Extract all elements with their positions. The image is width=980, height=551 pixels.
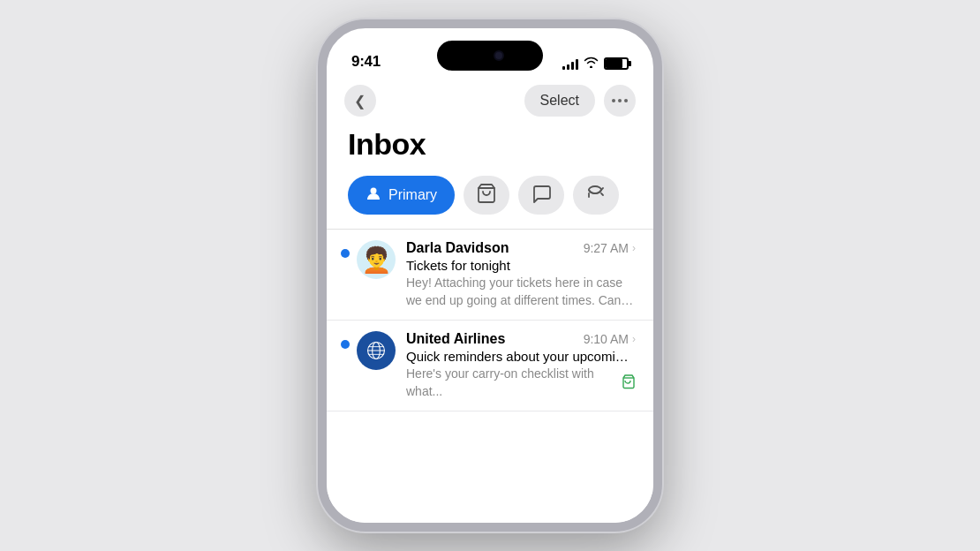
email-time-united: 9:10 AM xyxy=(584,332,629,346)
select-button[interactable]: Select xyxy=(524,85,595,117)
status-time: 9:41 xyxy=(351,53,381,71)
dynamic-island xyxy=(437,41,543,71)
inbox-title: Inbox xyxy=(327,124,653,176)
cart-icon xyxy=(476,183,497,208)
avatar-united xyxy=(357,331,396,370)
tab-shopping[interactable] xyxy=(464,176,509,215)
united-logo-icon xyxy=(362,336,390,365)
email-content-united: United Airlines 9:10 AM › Quick reminder… xyxy=(406,331,636,400)
chevron-right-icon-united: › xyxy=(632,333,636,345)
email-subject-united: Quick reminders about your upcoming... xyxy=(406,349,636,364)
email-header-darla: Darla Davidson 9:27 AM › xyxy=(406,240,636,256)
email-preview-darla: Hey! Attaching your tickets here in case… xyxy=(406,275,636,309)
select-button-label: Select xyxy=(540,93,579,109)
status-icons xyxy=(562,57,629,71)
email-time-darla: 9:27 AM xyxy=(584,241,629,255)
email-sender-united: United Airlines xyxy=(406,331,505,347)
signal-icon xyxy=(562,57,578,70)
megaphone-icon xyxy=(586,184,606,208)
email-preview-united: Here's your carry-on checklist with what… xyxy=(406,366,614,400)
mail-content: ❮ Select Inbox xyxy=(327,78,653,523)
wifi-icon xyxy=(584,57,599,71)
unread-dot-united xyxy=(341,340,350,349)
phone-frame: 9:41 xyxy=(318,19,662,532)
tab-primary[interactable]: Primary xyxy=(348,176,455,215)
darla-avatar-emoji: 🧑‍🦱 xyxy=(361,245,392,275)
phone-mockup: 9:41 xyxy=(318,19,662,532)
email-time-row-darla: 9:27 AM › xyxy=(584,241,636,255)
battery-icon xyxy=(604,57,629,70)
back-chevron-icon: ❮ xyxy=(354,93,366,109)
chevron-right-icon: › xyxy=(632,242,636,254)
more-dots-icon xyxy=(612,99,628,102)
email-subject-darla: Tickets for tonight xyxy=(406,258,636,273)
avatar-darla: 🧑‍🦱 xyxy=(357,240,396,279)
email-item-darla[interactable]: 🧑‍🦱 Darla Davidson 9:27 AM › Tickets for… xyxy=(327,230,653,321)
svg-point-0 xyxy=(371,187,377,193)
email-list: 🧑‍🦱 Darla Davidson 9:27 AM › Tickets for… xyxy=(327,229,653,411)
unread-dot xyxy=(341,249,350,258)
chat-icon xyxy=(531,184,551,208)
shopping-badge-icon xyxy=(620,374,636,393)
email-time-row-united: 9:10 AM › xyxy=(584,332,636,346)
tab-promo[interactable] xyxy=(573,176,619,215)
nav-bar: ❮ Select xyxy=(327,78,653,124)
tab-social[interactable] xyxy=(518,176,564,215)
category-tabs: Primary xyxy=(327,176,653,229)
email-sender-darla: Darla Davidson xyxy=(406,240,509,256)
back-button[interactable]: ❮ xyxy=(344,85,376,117)
email-header-united: United Airlines 9:10 AM › xyxy=(406,331,636,347)
person-icon xyxy=(366,185,381,206)
front-camera xyxy=(494,50,504,61)
svg-point-2 xyxy=(589,186,601,193)
tab-primary-label: Primary xyxy=(388,187,437,203)
nav-right-actions: Select xyxy=(524,85,636,117)
more-button[interactable] xyxy=(604,85,636,117)
email-preview-row-united: Here's your carry-on checklist with what… xyxy=(406,366,636,400)
email-item-united[interactable]: United Airlines 9:10 AM › Quick reminder… xyxy=(327,321,653,411)
email-content-darla: Darla Davidson 9:27 AM › Tickets for ton… xyxy=(406,240,636,309)
